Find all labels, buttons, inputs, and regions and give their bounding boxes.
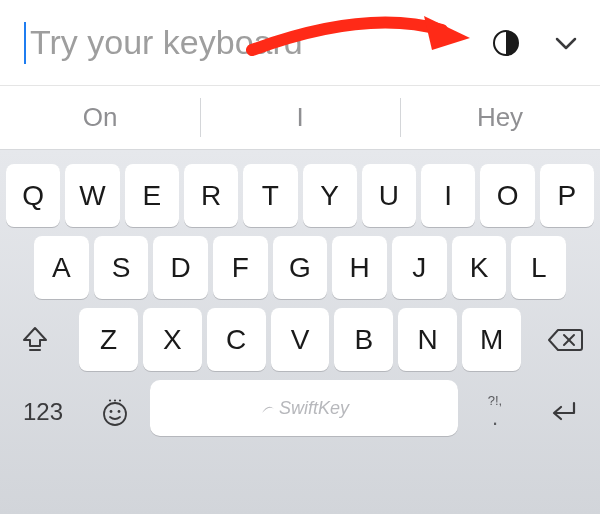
key-u[interactable]: U — [362, 164, 416, 227]
suggestion-bar: On I Hey — [0, 86, 600, 150]
text-input[interactable]: Try your keyboard — [30, 23, 488, 62]
half-circle-icon — [491, 28, 521, 58]
key-r[interactable]: R — [184, 164, 238, 227]
suggestion-2[interactable]: I — [200, 86, 400, 149]
emoji-icon — [100, 397, 130, 427]
svg-point-6 — [110, 410, 113, 413]
chevron-down-icon — [552, 29, 580, 57]
svg-point-7 — [118, 410, 121, 413]
key-row-1: Q W E R T Y U I O P — [4, 164, 596, 227]
text-input-bar: Try your keyboard — [0, 0, 600, 86]
key-k[interactable]: K — [452, 236, 507, 299]
key-row-3: Z X C V B N M — [4, 308, 596, 371]
svg-point-5 — [104, 403, 126, 425]
key-o[interactable]: O — [480, 164, 534, 227]
keyboard: Q W E R T Y U I O P A S D F G H J K L Z … — [0, 150, 600, 514]
dismiss-keyboard[interactable] — [546, 23, 586, 63]
key-l[interactable]: L — [511, 236, 566, 299]
key-i[interactable]: I — [421, 164, 475, 227]
shift-icon — [18, 323, 52, 357]
space-brand-label: SwiftKey — [279, 398, 349, 419]
key-p[interactable]: P — [540, 164, 594, 227]
space-key[interactable]: SwiftKey — [150, 380, 458, 436]
key-g[interactable]: G — [273, 236, 328, 299]
key-f[interactable]: F — [213, 236, 268, 299]
key-m[interactable]: M — [462, 308, 521, 371]
numeric-key[interactable]: 123 — [6, 380, 80, 443]
suggestion-1[interactable]: On — [0, 86, 200, 149]
return-key[interactable] — [532, 380, 594, 443]
key-j[interactable]: J — [392, 236, 447, 299]
backspace-icon — [546, 326, 584, 354]
svg-point-9 — [114, 399, 116, 401]
key-a[interactable]: A — [34, 236, 89, 299]
key-c[interactable]: C — [207, 308, 266, 371]
shift-key[interactable] — [6, 308, 74, 371]
key-q[interactable]: Q — [6, 164, 60, 227]
svg-point-10 — [119, 399, 121, 401]
key-n[interactable]: N — [398, 308, 457, 371]
emoji-key[interactable] — [85, 380, 145, 443]
text-caret — [24, 22, 26, 64]
svg-point-8 — [109, 399, 111, 401]
key-y[interactable]: Y — [303, 164, 357, 227]
key-e[interactable]: E — [125, 164, 179, 227]
key-v[interactable]: V — [271, 308, 330, 371]
theme-toggle[interactable] — [488, 25, 524, 61]
backspace-key[interactable] — [526, 308, 594, 371]
key-w[interactable]: W — [65, 164, 119, 227]
suggestion-3[interactable]: Hey — [400, 86, 600, 149]
punctuation-key[interactable]: ?!, . — [463, 380, 527, 443]
punct-bottom-label: . — [492, 408, 498, 428]
key-d[interactable]: D — [153, 236, 208, 299]
key-x[interactable]: X — [143, 308, 202, 371]
key-row-4: 123 SwiftKey ?!, . — [4, 380, 596, 443]
swiftkey-logo-icon — [259, 399, 277, 417]
key-z[interactable]: Z — [79, 308, 138, 371]
key-h[interactable]: H — [332, 236, 387, 299]
key-row-2: A S D F G H J K L — [4, 236, 596, 299]
return-icon — [546, 399, 580, 425]
key-t[interactable]: T — [243, 164, 297, 227]
key-s[interactable]: S — [94, 236, 149, 299]
key-b[interactable]: B — [334, 308, 393, 371]
